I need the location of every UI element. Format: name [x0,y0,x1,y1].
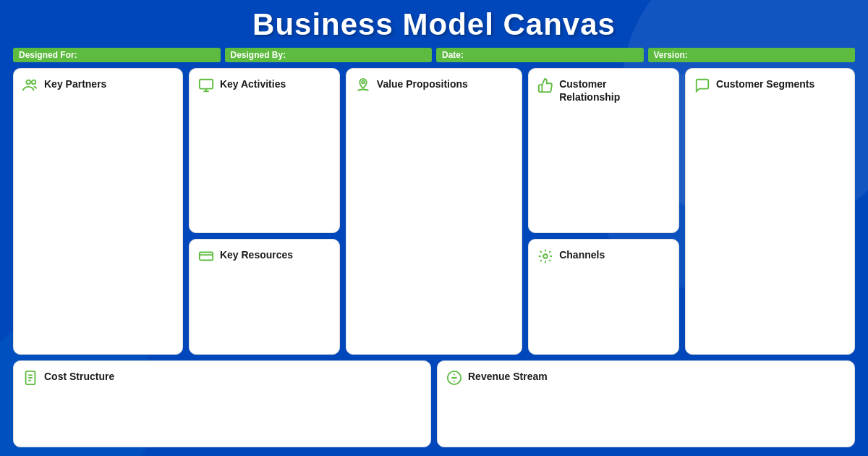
customer-relationship-icon [537,77,553,96]
cost-structure-header: Cost Structure [22,370,422,388]
svg-point-7 [362,81,365,84]
canvas-main: Key Partners Key Acti [13,68,855,355]
svg-point-0 [27,80,31,85]
meta-row: Designed For: Designed By: Date: Version… [13,48,855,62]
date-field[interactable]: Date: [436,48,644,62]
version-field[interactable]: Version: [648,48,856,62]
revenue-stream-header: Revenue Stream [446,370,846,388]
key-partners-header: Key Partners [22,77,174,96]
value-propositions-card[interactable]: Value Propositions [346,68,522,355]
key-partners-icon [22,77,38,96]
key-resources-title: Key Resources [220,248,293,261]
canvas-bottom: Cost Structure Revenue Stream [13,360,855,447]
customer-relationship-title: Customer Relationship [559,77,670,104]
cost-structure-title: Cost Structure [44,370,114,383]
key-partners-card[interactable]: Key Partners [13,68,183,355]
customer-relationship-card[interactable]: Customer Relationship [528,68,679,233]
page-title: Business Model Canvas [13,7,855,42]
channels-card[interactable]: Channels [528,239,679,355]
key-resources-icon [198,248,214,266]
channels-header: Channels [537,248,670,266]
cost-structure-icon [22,370,38,388]
customer-segments-card[interactable]: Customer Segments [685,68,855,355]
activities-resources-col: Key Activities Key Resources [189,68,340,355]
revenue-stream-icon [446,370,462,388]
svg-rect-5 [200,252,213,260]
svg-point-1 [32,80,36,85]
customer-segments-header: Customer Segments [694,77,846,96]
revenue-stream-title: Revenue Stream [468,370,548,383]
designed-by-field[interactable]: Designed By: [225,48,433,62]
key-resources-header: Key Resources [198,248,331,266]
key-activities-title: Key Activities [220,77,286,90]
cost-structure-card[interactable]: Cost Structure [13,360,431,447]
channels-icon [537,248,553,266]
customer-rel-col: Customer Relationship Channels [528,68,679,355]
key-activities-header: Key Activities [198,77,331,96]
designed-for-field[interactable]: Designed For: [13,48,221,62]
key-resources-card[interactable]: Key Resources [189,239,340,355]
customer-segments-title: Customer Segments [716,77,814,90]
svg-rect-2 [200,80,213,89]
key-activities-card[interactable]: Key Activities [189,68,340,233]
key-partners-title: Key Partners [44,77,106,90]
value-propositions-header: Value Propositions [355,77,513,96]
key-activities-icon [198,77,214,96]
value-propositions-icon [355,77,371,96]
customer-segments-icon [694,77,710,96]
revenue-stream-card[interactable]: Revenue Stream [437,360,855,447]
svg-point-8 [543,254,548,258]
channels-title: Channels [559,248,605,261]
canvas-body: Key Partners Key Acti [13,68,855,447]
value-propositions-title: Value Propositions [377,77,468,90]
page-container: Business Model Canvas Designed For: Desi… [0,0,868,456]
customer-relationship-header: Customer Relationship [537,77,670,104]
